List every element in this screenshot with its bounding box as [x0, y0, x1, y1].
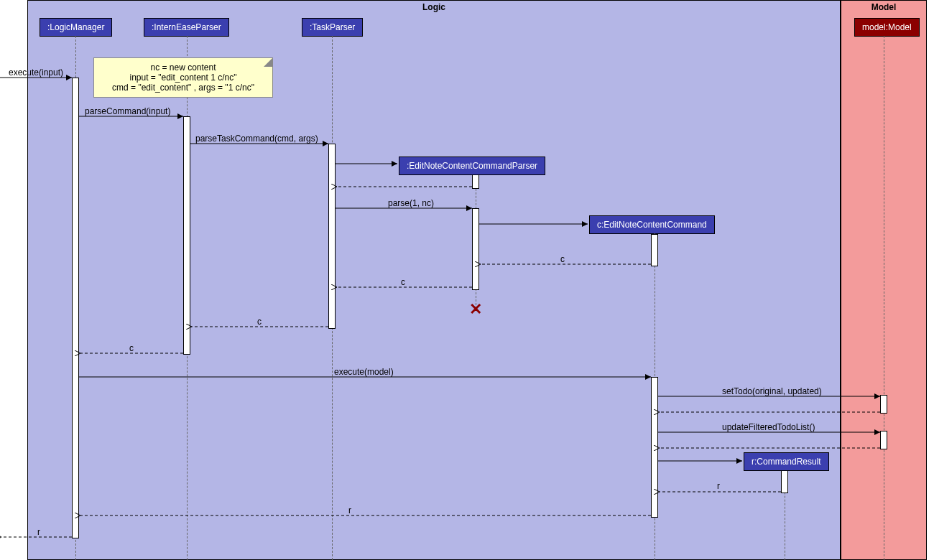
msg-c-1: c	[560, 254, 565, 264]
msg-c-2: c	[401, 277, 405, 287]
msg-c-3: c	[257, 317, 262, 327]
arrows-layer	[0, 0, 934, 560]
msg-set-todo: setTodo(original, updated)	[722, 386, 822, 396]
msg-execute-input: execute(input)	[9, 67, 63, 78]
msg-r-3: r	[37, 527, 40, 537]
msg-r-2: r	[348, 505, 351, 515]
msg-parse-task-command: parseTaskCommand(cmd, args)	[195, 134, 318, 144]
msg-update-filtered: updateFilteredTodoList()	[722, 422, 815, 432]
msg-c-4: c	[129, 343, 134, 353]
msg-parse-command: parseCommand(input)	[85, 106, 170, 116]
msg-r-1: r	[717, 481, 720, 491]
msg-execute-model: execute(model)	[334, 367, 394, 377]
msg-parse: parse(1, nc)	[388, 198, 434, 208]
